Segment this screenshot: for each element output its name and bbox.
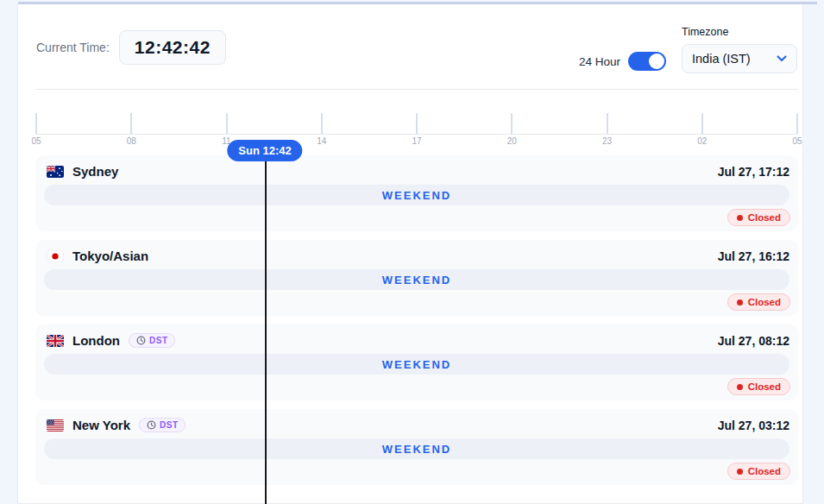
market-local-time: Jul 27, 17:12 bbox=[718, 165, 789, 179]
status-dot-icon bbox=[737, 469, 743, 475]
market-hours-panel: Current Time: 12:42:42 24 Hour Timezone … bbox=[17, 4, 803, 504]
market-title-group: London DST bbox=[47, 333, 175, 348]
status-dot-icon bbox=[737, 215, 743, 221]
hour-tick bbox=[226, 113, 228, 134]
market-local-time: Jul 27, 08:12 bbox=[718, 334, 789, 348]
market-name: New York bbox=[72, 418, 130, 432]
market-title-group: Sydney bbox=[47, 164, 118, 179]
market-row-header: New York DST Jul 27, 03:12 bbox=[35, 409, 798, 432]
current-time-value: 12:42:42 bbox=[119, 30, 226, 65]
timezone-group: Timezone India (IST) bbox=[682, 26, 797, 73]
market-name: Tokyo/Asian bbox=[72, 249, 148, 263]
hour-tick bbox=[35, 113, 37, 134]
clock-icon bbox=[136, 336, 146, 345]
dst-badge-label: DST bbox=[160, 420, 179, 430]
session-track: WEEKEND bbox=[44, 438, 789, 459]
session-track: WEEKEND bbox=[44, 354, 789, 375]
toggle-knob-icon bbox=[649, 54, 664, 69]
session-label: WEEKEND bbox=[382, 443, 451, 456]
hour-tick-label: 05 bbox=[792, 136, 802, 146]
market-local-time: Jul 27, 03:12 bbox=[718, 419, 789, 432]
hour-tick bbox=[511, 113, 513, 134]
hour-tick-label: 05 bbox=[31, 136, 41, 146]
hour-tick bbox=[701, 113, 703, 134]
hour-tick bbox=[796, 113, 798, 134]
dst-badge-label: DST bbox=[149, 336, 168, 345]
hour-format-group: 24 Hour bbox=[579, 52, 666, 71]
market-row-header: Tokyo/Asian Jul 27, 16:12 bbox=[35, 240, 798, 263]
market-row: London DST Jul 27, 08:12 WEEKEND Closed bbox=[35, 324, 798, 400]
market-title-group: New York DST bbox=[47, 418, 186, 432]
timezone-select[interactable]: India (IST) bbox=[682, 44, 797, 73]
market-name: London bbox=[72, 333, 120, 348]
hour-tick bbox=[416, 113, 418, 134]
market-row: Tokyo/Asian Jul 27, 16:12 WEEKEND Closed bbox=[35, 240, 798, 316]
24-hour-toggle[interactable] bbox=[628, 52, 666, 71]
market-status-label: Closed bbox=[748, 212, 781, 223]
market-row-header: Sydney Jul 27, 17:12 bbox=[35, 155, 798, 179]
session-track: WEEKEND bbox=[44, 185, 789, 205]
market-status-badge: Closed bbox=[727, 293, 790, 311]
market-status-badge: Closed bbox=[727, 209, 790, 226]
chevron-down-icon bbox=[777, 55, 787, 62]
header-divider bbox=[36, 89, 798, 90]
market-local-time: Jul 27, 16:12 bbox=[718, 249, 789, 263]
flag-us-icon bbox=[47, 419, 64, 432]
flag-uk-icon bbox=[47, 335, 64, 347]
hour-tick-label: 20 bbox=[507, 136, 517, 146]
timeline-axis: 050811141720230205 bbox=[36, 113, 797, 148]
market-status-badge: Closed bbox=[727, 378, 790, 395]
market-status-badge: Closed bbox=[727, 463, 790, 480]
market-row: Sydney Jul 27, 17:12 WEEKEND Closed bbox=[35, 155, 798, 231]
market-status-label: Closed bbox=[748, 297, 781, 307]
current-time-marker-line bbox=[265, 152, 267, 504]
market-status-group: Closed bbox=[35, 375, 798, 395]
session-track: WEEKEND bbox=[44, 269, 789, 290]
dst-badge: DST bbox=[129, 333, 176, 348]
current-time-label: Current Time: bbox=[36, 41, 110, 54]
hour-tick-label: 17 bbox=[412, 136, 421, 146]
timezone-selected-value: India (IST) bbox=[692, 52, 751, 66]
hour-tick bbox=[607, 113, 608, 134]
timeline-baseline bbox=[36, 134, 797, 135]
hour-tick-label: 02 bbox=[697, 136, 707, 146]
hour-tick-label: 08 bbox=[127, 136, 136, 146]
flag-japan-icon bbox=[47, 250, 64, 262]
hour-format-label: 24 Hour bbox=[579, 55, 620, 68]
market-status-group: Closed bbox=[35, 459, 798, 480]
hour-tick bbox=[130, 113, 132, 134]
current-time-group: Current Time: 12:42:42 bbox=[36, 30, 226, 65]
hour-tick bbox=[321, 113, 323, 134]
session-label: WEEKEND bbox=[382, 274, 451, 287]
market-status-label: Closed bbox=[748, 466, 781, 476]
flag-australia-icon bbox=[47, 166, 64, 178]
hour-tick-label: 23 bbox=[602, 136, 612, 146]
clock-icon bbox=[147, 420, 156, 430]
hour-tick-label: 14 bbox=[317, 136, 326, 146]
current-time-marker-badge: Sun 12:42 bbox=[227, 140, 302, 161]
market-status-group: Closed bbox=[35, 290, 798, 311]
status-dot-icon bbox=[737, 299, 743, 306]
dst-badge: DST bbox=[139, 418, 186, 432]
market-status-group: Closed bbox=[35, 205, 798, 226]
market-rows-list: Sydney Jul 27, 17:12 WEEKEND Closed Toky… bbox=[35, 155, 798, 485]
market-row-header: London DST Jul 27, 08:12 bbox=[35, 324, 798, 348]
market-name: Sydney bbox=[72, 164, 118, 179]
market-row: New York DST Jul 27, 03:12 WEEKEND Close… bbox=[35, 409, 798, 485]
session-label: WEEKEND bbox=[382, 358, 451, 371]
session-label: WEEKEND bbox=[382, 189, 451, 202]
market-status-label: Closed bbox=[748, 381, 781, 392]
status-dot-icon bbox=[737, 384, 743, 390]
market-title-group: Tokyo/Asian bbox=[47, 249, 148, 263]
timezone-label: Timezone bbox=[682, 26, 797, 38]
